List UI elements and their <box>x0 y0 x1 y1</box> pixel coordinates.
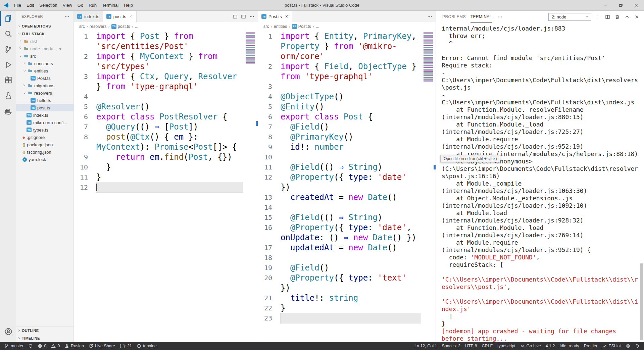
tab-post-ts[interactable]: TSPost.ts <box>258 11 292 22</box>
tab-post-ts[interactable]: TSpost.ts <box>103 11 137 22</box>
panel-tab-problems[interactable]: PROBLEMS <box>442 11 466 23</box>
code-editor[interactable]: 1import { Post } from 'src/entities/Post… <box>74 31 258 342</box>
code-line-6[interactable]: 6export class Post { <box>258 112 421 122</box>
breadcrumb-item-src[interactable]: src <box>79 24 85 29</box>
kill-terminal-icon[interactable] <box>614 14 621 20</box>
source-control-icon[interactable] <box>0 42 16 57</box>
close-panel-icon[interactable] <box>634 14 640 20</box>
sidebar-more-actions-icon[interactable] <box>64 13 70 20</box>
split-editor-icon[interactable] <box>232 13 238 20</box>
tree-item-types-ts[interactable]: TStypes.ts <box>16 126 73 134</box>
menu-run[interactable]: Run <box>86 0 99 10</box>
code-line-22[interactable]: 22} <box>258 303 421 313</box>
close-button[interactable] <box>629 0 644 10</box>
split-terminal-icon[interactable] <box>604 14 611 20</box>
status-cursor-position[interactable]: Ln 12, Col 1 <box>412 342 439 350</box>
code-line-11[interactable]: 11} <box>74 172 243 182</box>
tree-item-entities[interactable]: entities <box>16 67 73 74</box>
tree-item-tsconfig-json[interactable]: {}tsconfig.json <box>16 148 73 156</box>
code-editor[interactable]: 1import { Entity, PrimaryKey, Property }… <box>258 31 436 342</box>
run-debug-icon[interactable] <box>0 57 16 72</box>
docker-icon[interactable] <box>0 103 16 119</box>
code-line-12[interactable]: 12 @Property({ type: 'date' }) <box>258 172 421 192</box>
timeline-section[interactable]: TIMELINE <box>16 334 73 342</box>
code-line-3[interactable]: 3 <box>258 82 421 92</box>
tree-item-src[interactable]: src <box>16 52 73 60</box>
code-line-10[interactable]: 10 <box>258 152 421 162</box>
breadcrumb-item-[interactable]: ... <box>316 24 319 29</box>
status-snippet-count[interactable]: {..}: 21 <box>117 342 134 350</box>
breadcrumb-item-entities[interactable]: entities <box>274 24 287 29</box>
tree-item-constants[interactable]: constants <box>16 60 73 67</box>
status-live-share[interactable]: Live Share <box>86 342 117 350</box>
code-line-7[interactable]: 7 @Field() <box>258 122 421 132</box>
code-line-5[interactable]: 5@Resolver() <box>74 102 243 112</box>
status-account[interactable]: Ruslan <box>62 342 86 350</box>
maximize-panel-icon[interactable] <box>624 14 630 20</box>
open-editors-section[interactable]: OPEN EDITORS <box>16 22 73 30</box>
terminal-scrollbar[interactable] <box>640 263 643 340</box>
tree-item-post-ts[interactable]: TSpost.ts <box>16 104 73 111</box>
menu-help[interactable]: Help <box>121 0 136 10</box>
code-line-1[interactable]: 1import { Post } from 'src/entities/Post… <box>74 31 243 51</box>
tree-item-gitignore[interactable]: ◆.gitignore <box>16 134 73 141</box>
status-language-mode[interactable]: typescript <box>495 342 518 350</box>
code-line-8[interactable]: 8 post(@Ctx() { em }: MyContext): Promis… <box>74 132 243 152</box>
menu-go[interactable]: Go <box>75 0 86 10</box>
tree-item-index-ts[interactable]: TSindex.ts <box>16 111 73 119</box>
status-tabnine[interactable]: tabnine <box>134 342 159 350</box>
code-line-2[interactable]: 2import { MyContext } from 'src/types' <box>74 51 243 71</box>
breadcrumb-item-post-ts[interactable]: TSpost.ts <box>111 24 130 29</box>
tree-item-yarn-lock[interactable]: Yyarn.lock <box>16 156 73 163</box>
close-tab-icon[interactable] <box>129 14 133 18</box>
search-icon[interactable] <box>0 26 16 42</box>
terminal-shell-select[interactable]: 2: node <box>548 13 591 21</box>
breadcrumb-item-resolvers[interactable]: resolvers <box>90 24 107 29</box>
menu-file[interactable]: File <box>11 0 24 10</box>
code-line-9[interactable]: 9 id!: number <box>258 142 421 152</box>
code-line-19[interactable]: 19 @Field() <box>258 263 421 273</box>
explorer-icon[interactable] <box>0 11 16 26</box>
status-go-live[interactable]: Go Live <box>518 342 543 350</box>
status-encoding[interactable]: UTF-8 <box>463 342 479 350</box>
panel-more-actions-icon[interactable] <box>497 14 503 20</box>
breadcrumb-item-[interactable]: ... <box>135 24 138 29</box>
extensions-icon[interactable] <box>0 72 16 88</box>
menu-selection[interactable]: Selection <box>37 0 60 10</box>
new-terminal-icon[interactable] <box>595 14 601 20</box>
status-extension-status[interactable]: Idle: ready <box>557 342 581 350</box>
code-line-9[interactable]: 9 return em.find(Post, {}) <box>74 152 243 162</box>
code-line-10[interactable]: 10 } <box>74 162 243 172</box>
testing-icon[interactable] <box>0 88 16 103</box>
status-eslint[interactable]: ESLint <box>600 342 623 350</box>
status-eol[interactable]: CRLF <box>479 342 495 350</box>
code-line-11[interactable]: 11 @Field(() ⇒ String) <box>258 162 421 172</box>
status-feedback[interactable] <box>623 342 633 350</box>
minimap[interactable] <box>246 32 256 64</box>
breadcrumb-item-src[interactable]: src <box>263 24 269 29</box>
code-line-12[interactable]: 12 <box>74 182 243 192</box>
status-warning-count[interactable]: 0 <box>49 342 62 350</box>
tree-item-hello-ts[interactable]: TShello.ts <box>16 97 73 104</box>
menu-edit[interactable]: Edit <box>24 0 37 10</box>
minimap[interactable] <box>424 32 434 82</box>
code-line-5[interactable]: 5@Entity() <box>258 102 421 112</box>
code-line-13[interactable]: 13 createdAt = new Date() <box>258 192 421 202</box>
code-line-15[interactable]: 15 @Field(() ⇒ String) <box>258 212 421 222</box>
status-prettier[interactable]: Prettier <box>582 342 600 350</box>
minimize-button[interactable] <box>598 0 613 10</box>
code-line-3[interactable]: 3import { Ctx, Query, Resolver } from 't… <box>74 71 243 92</box>
tab-index-ts[interactable]: TSindex.ts <box>74 11 103 22</box>
terminal-output[interactable]: internal/modules/cjs/loader.js:883 throw… <box>436 23 644 342</box>
code-line-20[interactable]: 20 @Property({ type: 'text' }) <box>258 273 421 293</box>
outline-section[interactable]: OUTLINE <box>16 327 73 334</box>
tree-item-post-ts[interactable]: TSPost.ts <box>16 74 73 82</box>
code-line-4[interactable]: 4@ObjectType() <box>258 92 421 102</box>
code-line-16[interactable]: 16 @Property({ type: 'date', onUpdate: (… <box>258 222 421 243</box>
tree-item-node-modu[interactable]: node_modu... <box>16 45 73 52</box>
code-line-8[interactable]: 8 @PrimaryKey() <box>258 132 421 142</box>
status-git-sync[interactable] <box>26 342 35 350</box>
editor-more-actions-icon[interactable] <box>427 13 433 20</box>
maximize-button[interactable] <box>613 0 629 10</box>
code-line-23[interactable]: 23 <box>258 313 421 323</box>
